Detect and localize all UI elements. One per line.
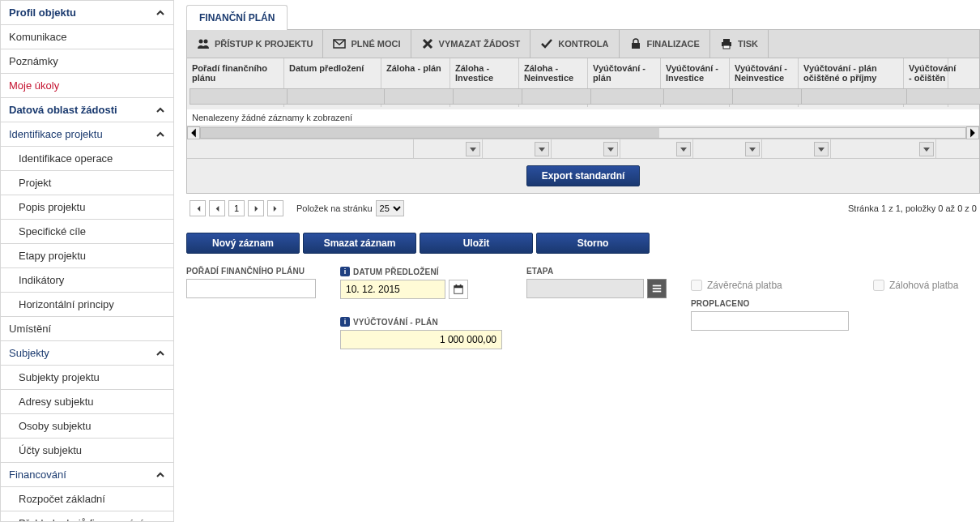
calendar-icon[interactable] — [449, 280, 468, 299]
etapa-input[interactable] — [526, 279, 644, 298]
zalohova-checkbox[interactable]: Zálohová platba — [873, 280, 958, 291]
pager-first-icon[interactable] — [190, 200, 206, 216]
column-header[interactable]: Vyúčtování - Neinvestice — [730, 58, 799, 86]
summary-dropdown-icon[interactable] — [919, 142, 934, 156]
horizontal-scrollbar[interactable] — [187, 126, 979, 139]
toolbar-button[interactable]: PŘÍSTUP K PROJEKTU — [187, 30, 323, 58]
summary-dropdown-icon[interactable] — [676, 142, 691, 156]
sidebar-item[interactable]: Adresy subjektu — [1, 390, 173, 414]
scroll-right-icon[interactable] — [966, 126, 979, 139]
svg-rect-8 — [456, 285, 458, 287]
sidebar-item[interactable]: Etapy projektu — [1, 244, 173, 268]
summary-dropdown-icon[interactable] — [535, 142, 549, 156]
sidebar-item[interactable]: Osoby subjektu — [1, 414, 173, 439]
filter-cell — [904, 86, 948, 107]
filter-cell — [450, 86, 519, 107]
column-header[interactable]: Záloha - Neinvestice — [519, 58, 588, 86]
sidebar-item[interactable]: Subjekty projektu — [1, 366, 173, 390]
filter-cell — [381, 86, 450, 107]
summary-dropdown-icon[interactable] — [814, 142, 829, 156]
column-header[interactable]: Pořadí finančního plánu — [187, 58, 284, 86]
sidebar-item[interactable]: Financování — [1, 463, 173, 487]
summary-dropdown-icon[interactable] — [603, 142, 618, 156]
sidebar-item[interactable]: Komunikace — [1, 25, 173, 49]
scroll-thumb[interactable] — [201, 128, 659, 138]
proplaceno-input[interactable] — [691, 311, 849, 331]
zaverecna-checkbox[interactable]: Závěrečná platba — [691, 280, 849, 291]
pager-last-icon[interactable] — [267, 200, 283, 216]
pager-page-input[interactable] — [228, 200, 245, 216]
tab-financni-plan[interactable]: FINANČNÍ PLÁN — [186, 5, 288, 30]
sidebar-item[interactable]: Horizontální principy — [1, 293, 173, 317]
column-header[interactable]: Vyúčtování - plán očištěné o příjmy — [799, 58, 904, 86]
pager-items-label: Položek na stránku — [296, 203, 373, 213]
sidebar: Profil objektuKomunikacePoznámkyMoje úko… — [0, 0, 174, 522]
sidebar-item[interactable]: Indikátory — [1, 268, 173, 293]
sidebar-item[interactable]: Identifikace operace — [1, 147, 173, 171]
scroll-left-icon[interactable] — [187, 126, 200, 139]
toolbar-button[interactable]: TISK — [710, 30, 769, 58]
toolbar-button[interactable]: PLNÉ MOCI — [323, 30, 411, 58]
sidebar-item[interactable]: Subjekty — [1, 341, 173, 366]
pager: Položek na stránku 25 Stránka 1 z 1, pol… — [186, 194, 980, 223]
pager-items-select[interactable]: 25 — [376, 200, 404, 216]
x-icon — [421, 37, 434, 50]
sidebar-item[interactable]: Popis projektu — [1, 195, 173, 220]
sidebar-item[interactable]: Účty subjektu — [1, 439, 173, 463]
datum-input[interactable] — [340, 280, 445, 299]
chevron-up-icon — [156, 470, 165, 480]
sidebar-item[interactable]: Datová oblast žádosti — [1, 98, 173, 122]
action-button[interactable]: Nový záznam — [186, 233, 300, 254]
column-header[interactable]: Záloha - Investice — [450, 58, 519, 86]
action-button[interactable]: Smazat záznam — [303, 233, 416, 254]
sidebar-item[interactable]: Moje úkoly — [1, 74, 173, 98]
toolbar-button[interactable]: KONTROLA — [530, 30, 619, 58]
print-icon — [720, 37, 733, 50]
toolbar-button[interactable]: VYMAZAT ŽÁDOST — [411, 30, 531, 58]
sidebar-item[interactable]: Profil objektu — [1, 1, 173, 25]
grid-empty-text: Nenalezeny žádné záznamy k zobrazení — [187, 109, 979, 126]
action-button[interactable]: Uložit — [420, 233, 533, 254]
pager-next-icon[interactable] — [248, 200, 264, 216]
sidebar-item[interactable]: Přehled zdrojů financování — [1, 511, 173, 522]
svg-rect-9 — [460, 285, 462, 287]
toolbar-button[interactable]: FINALIZACE — [620, 30, 710, 58]
svg-rect-12 — [653, 291, 662, 293]
action-button[interactable]: Storno — [536, 233, 650, 254]
people-icon — [197, 37, 210, 50]
column-header[interactable]: Vyúčtování - očištěn — [904, 58, 948, 86]
check-icon — [540, 37, 553, 50]
summary-dropdown-icon[interactable] — [745, 142, 760, 156]
poradi-label: POŘADÍ FINANČNÍHO PLÁNU — [186, 267, 316, 276]
sidebar-item[interactable]: Poznámky — [1, 49, 173, 74]
chevron-up-icon — [156, 105, 165, 115]
svg-point-1 — [204, 40, 208, 44]
info-icon: i — [340, 267, 350, 276]
export-row: Export standardní — [187, 158, 979, 193]
summary-dropdown-icon[interactable] — [466, 142, 480, 156]
sidebar-item[interactable]: Projekt — [1, 171, 173, 195]
chevron-up-icon — [156, 130, 165, 139]
vyuctovani-input[interactable] — [340, 330, 502, 349]
poradi-input[interactable] — [186, 279, 316, 298]
pager-prev-icon[interactable] — [209, 200, 225, 216]
sidebar-item[interactable]: Specifické cíle — [1, 220, 173, 244]
filter-input[interactable] — [906, 88, 980, 105]
sidebar-item[interactable]: Umístění — [1, 317, 173, 341]
export-button[interactable]: Export standardní — [526, 165, 641, 186]
column-header[interactable]: Vyúčtování - Investice — [661, 58, 730, 86]
column-header[interactable]: Vyúčtování - plán — [588, 58, 661, 86]
sidebar-item[interactable]: Rozpočet základní — [1, 487, 173, 511]
list-icon[interactable] — [647, 279, 667, 298]
scroll-track[interactable] — [200, 127, 966, 139]
form: POŘADÍ FINANČNÍHO PLÁNU iDATUM PŘEDLOŽEN… — [186, 267, 980, 349]
sidebar-item[interactable]: Identifikace projektu — [1, 122, 173, 147]
column-header[interactable]: Datum předložení — [284, 58, 381, 86]
toolbar: PŘÍSTUP K PROJEKTUPLNÉ MOCIVYMAZAT ŽÁDOS… — [186, 29, 980, 58]
main-content: FINANČNÍ PLÁN PŘÍSTUP K PROJEKTUPLNÉ MOC… — [174, 0, 980, 522]
column-header[interactable]: Záloha - plán — [381, 58, 450, 86]
filter-cell — [187, 86, 284, 107]
etapa-label: ETAPA — [526, 267, 667, 276]
datum-label: iDATUM PŘEDLOŽENÍ — [340, 267, 502, 276]
svg-rect-5 — [723, 45, 730, 49]
